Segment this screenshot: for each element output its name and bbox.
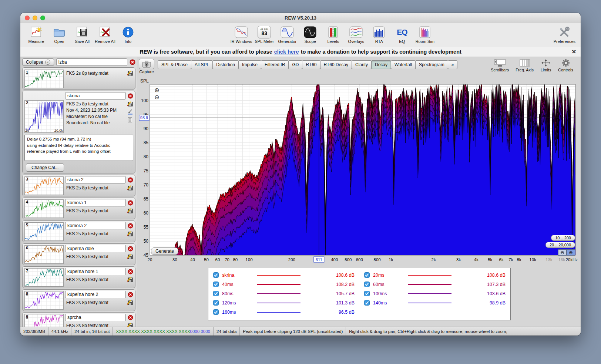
measurement-thumbnail[interactable]: 8	[24, 291, 64, 310]
freq-axis-button[interactable]: Freq. Axis	[516, 59, 534, 72]
legend-checkbox[interactable]	[364, 291, 370, 296]
edit-notes-icon[interactable]	[127, 109, 133, 115]
scope-button[interactable]: Scope	[299, 25, 321, 44]
measurement-thumbnail[interactable]: 22020.0k	[24, 100, 64, 133]
tab-clarity[interactable]: Clarity	[352, 60, 372, 69]
minimize-window-button[interactable]	[33, 16, 37, 20]
save-measurement-icon[interactable]	[127, 208, 133, 213]
legend-checkbox[interactable]	[213, 309, 219, 315]
save-all-button[interactable]: Save All	[71, 25, 93, 44]
measurement-name-input[interactable]	[65, 268, 126, 275]
spl-meter-button[interactable]: dB SPL 83 SPL Meter	[254, 25, 275, 44]
zoom-out-small-button[interactable]: ⊖	[558, 249, 567, 256]
delete-measurement-icon[interactable]	[128, 223, 133, 229]
room-sim-button[interactable]: Room Sim	[414, 25, 436, 44]
info-button[interactable]: Info	[117, 25, 139, 44]
measurement-name-input[interactable]	[65, 291, 126, 298]
donation-link[interactable]: click here	[274, 49, 299, 55]
save-measurement-icon[interactable]	[127, 70, 133, 76]
save-measurement-icon[interactable]	[127, 101, 133, 107]
measurement-panel[interactable]: 3FKS 2s 8p testy.mdat	[22, 175, 135, 196]
legend-checkbox[interactable]	[213, 300, 219, 306]
tab-all-spl[interactable]: All SPL	[191, 60, 213, 69]
zoom-in-small-button[interactable]: ⊕	[567, 249, 575, 256]
controls-button[interactable]: Controls	[558, 59, 573, 72]
tab-gd[interactable]: GD	[288, 60, 302, 69]
tab-waterfall[interactable]: Waterfall	[391, 60, 416, 69]
tab-filtered-ir[interactable]: Filtered IR	[261, 60, 289, 69]
range-20-20000-button[interactable]: 20 .. 20,000	[545, 242, 575, 248]
measure-button[interactable]: Measure	[26, 25, 47, 44]
measurement-panel[interactable]: 8FKS 2s 8p testy.mdat	[22, 289, 135, 311]
legend-checkbox[interactable]	[364, 282, 370, 287]
zoom-window-button[interactable]	[40, 16, 45, 20]
generator-button[interactable]: Generator	[276, 25, 298, 44]
tab-spectrogram[interactable]: Spectrogram	[415, 60, 448, 69]
overlays-button[interactable]: Overlays	[345, 25, 367, 44]
delete-measurement-icon[interactable]	[128, 177, 133, 183]
measurement-name-input[interactable]	[65, 176, 126, 183]
tab-rt60[interactable]: RT60	[302, 60, 320, 69]
measurement-name-input[interactable]	[65, 314, 126, 321]
measurement-name-input[interactable]	[65, 92, 126, 100]
limits-button[interactable]: Limits	[540, 59, 551, 72]
measurement-panel[interactable]: 6FKS 2s 8p testy.mdat	[22, 243, 135, 265]
capture-button[interactable]	[139, 59, 154, 69]
measurement-thumbnail[interactable]: 7	[24, 268, 64, 287]
measurement-thumbnail[interactable]: 1	[24, 70, 64, 88]
titlebar[interactable]: REW V5.20.13	[20, 13, 581, 23]
tab-decay[interactable]: Decay	[371, 60, 391, 69]
measurement-name-input[interactable]	[65, 199, 126, 206]
delete-measurement-icon[interactable]	[128, 269, 133, 274]
save-measurement-icon[interactable]	[127, 322, 133, 327]
chart-area[interactable]: SPL100959085807570656055504593.920304050…	[139, 78, 578, 265]
ir-windows-button[interactable]: IR Windows	[231, 25, 252, 44]
save-measurement-icon[interactable]	[127, 185, 133, 191]
measurement-name-input[interactable]	[56, 58, 127, 66]
delete-measurement-icon[interactable]	[128, 246, 133, 252]
measurement-panel[interactable]: 9FKS 2s 8p testy.mdatNov 4, 2023 12:33:4…	[22, 312, 135, 327]
levels-button[interactable]: 0369 Levels	[322, 25, 344, 44]
legend-checkbox[interactable]	[213, 282, 219, 287]
measurement-panel[interactable]: 22020.0kFKS 2s 8p testy.mdatNov 4, 2023 …	[22, 91, 135, 173]
save-measurement-icon[interactable]	[127, 230, 133, 236]
delete-measurement-icon[interactable]	[128, 315, 133, 320]
eq-button[interactable]: EQ EQ	[391, 25, 413, 44]
measurement-panel[interactable]: 7FKS 2s 8p testy.mdat	[22, 266, 135, 288]
preferences-button[interactable]: Preferences	[554, 25, 575, 44]
delete-measurement-icon[interactable]	[128, 200, 133, 206]
range-10-200-button[interactable]: 10 .. 200	[551, 235, 575, 241]
tab-rt60-decay[interactable]: RT60 Decay	[320, 60, 352, 69]
save-measurement-icon[interactable]	[127, 253, 133, 259]
measurement-thumbnail[interactable]: 3	[24, 176, 64, 195]
save-measurement-icon[interactable]	[127, 299, 133, 305]
measurement-name-input[interactable]	[65, 245, 126, 252]
change-cal-button[interactable]: Change Cal...	[26, 164, 64, 172]
measurement-panel[interactable]: 4FKS 2s 8p testy.mdat	[22, 198, 135, 219]
legend-checkbox[interactable]	[364, 272, 370, 278]
measurement-notes-icon[interactable]	[127, 117, 133, 123]
measurement-panel[interactable]: 1FKS 2s 8p testy.mdat	[22, 67, 135, 90]
measurement-panel[interactable]: 5FKS 2s 8p testy.mdat	[22, 220, 135, 242]
save-measurement-icon[interactable]	[127, 276, 133, 282]
tab-spl-phase[interactable]: SPL & Phase	[158, 60, 191, 69]
legend-checkbox[interactable]	[364, 300, 370, 306]
more-tabs-button[interactable]: »	[448, 60, 458, 69]
legend-checkbox[interactable]	[213, 272, 219, 278]
delete-measurement-icon[interactable]	[128, 292, 133, 297]
zoom-in-icon[interactable]: ⊕	[154, 87, 159, 93]
generate-button[interactable]: Generate	[151, 247, 178, 255]
remove-all-button[interactable]: Remove All	[94, 25, 116, 44]
decay-chart[interactable]: SPL100959085807570656055504593.920304050…	[139, 78, 578, 263]
measurement-thumbnail[interactable]: 6	[24, 245, 64, 264]
rta-button[interactable]: RTA	[368, 25, 390, 44]
close-window-button[interactable]	[25, 16, 30, 20]
delete-measurement-icon[interactable]	[128, 93, 133, 99]
measurement-thumbnail[interactable]: 5	[24, 222, 64, 241]
tab-distortion[interactable]: Distortion	[212, 60, 239, 69]
legend-checkbox[interactable]	[213, 291, 219, 296]
collapse-button[interactable]: Collapse «	[22, 58, 54, 66]
measurement-thumbnail[interactable]: 4	[24, 199, 64, 218]
measurement-name-input[interactable]	[65, 222, 126, 229]
measurement-thumbnail[interactable]: 9	[24, 314, 64, 327]
